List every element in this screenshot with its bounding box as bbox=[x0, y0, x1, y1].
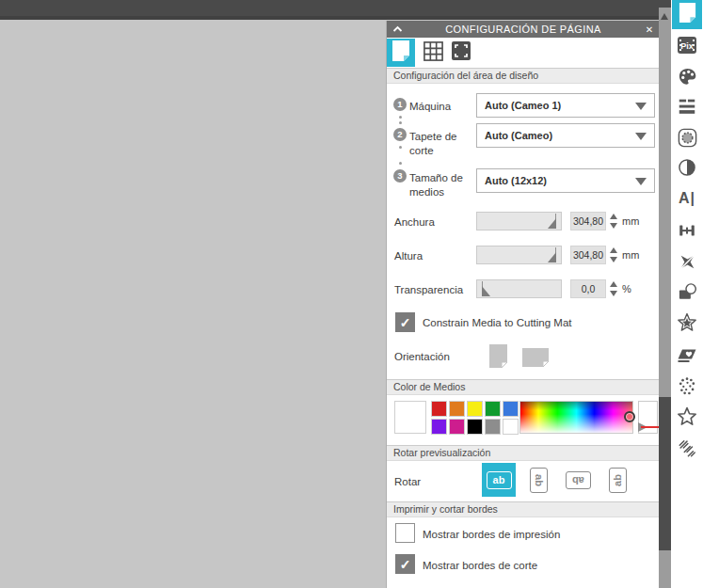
sidebar-item-page-setup[interactable] bbox=[672, 0, 702, 29]
svg-text:Pix: Pix bbox=[680, 41, 694, 51]
dotted-connector bbox=[399, 162, 402, 165]
right-toolbar: Pix bbox=[671, 0, 703, 588]
page-setup-panel: CONFIGURACIÓN DE PÁGINA ✕ Configuración … bbox=[386, 21, 659, 588]
sidebar-item-fill-pattern[interactable] bbox=[676, 126, 698, 149]
orientation-portrait-button[interactable] bbox=[488, 343, 508, 373]
grid-icon bbox=[423, 40, 444, 66]
rotate-glyph: ab bbox=[613, 474, 623, 486]
height-input[interactable]: 304,80 bbox=[570, 246, 606, 264]
color-swatch[interactable] bbox=[431, 419, 447, 435]
sidebar-item-knife[interactable] bbox=[676, 250, 698, 273]
rotate-0-button[interactable]: ab bbox=[482, 463, 516, 497]
kerning-icon bbox=[677, 220, 697, 241]
sidebar-item-stipple[interactable] bbox=[676, 374, 698, 397]
width-input[interactable]: 304,80 bbox=[570, 212, 606, 230]
height-slider[interactable] bbox=[476, 246, 562, 264]
panel-tabs bbox=[387, 38, 660, 69]
color-swatch[interactable] bbox=[503, 401, 519, 417]
color-swatch[interactable] bbox=[449, 419, 465, 435]
hatch-icon bbox=[677, 437, 697, 458]
color-gradient-picker[interactable] bbox=[519, 401, 633, 434]
machine-value: Auto (Cameo 1) bbox=[485, 100, 561, 111]
close-panel-button[interactable]: ✕ bbox=[639, 24, 660, 35]
media-size-dropdown[interactable]: Auto (12x12) bbox=[476, 168, 655, 193]
chevron-down-icon bbox=[635, 178, 647, 185]
step-number-1: 1 bbox=[393, 98, 407, 111]
sidebar-item-kerning[interactable] bbox=[676, 219, 698, 242]
machine-dropdown[interactable]: Auto (Cameo 1) bbox=[476, 93, 655, 118]
sidebar-item-offset[interactable] bbox=[676, 311, 698, 334]
orientation-landscape-button[interactable] bbox=[521, 347, 550, 372]
sidebar-item-palette[interactable] bbox=[676, 65, 698, 87]
sidebar-item-star[interactable] bbox=[676, 405, 698, 428]
color-swatch[interactable] bbox=[503, 419, 519, 435]
orientation-label: Orientación bbox=[394, 350, 450, 364]
width-unit: mm bbox=[622, 215, 639, 227]
page-icon bbox=[391, 40, 411, 66]
rotate-270-button[interactable]: ab bbox=[604, 466, 631, 494]
sidebar-item-shadow[interactable] bbox=[676, 156, 698, 179]
cutting-mat-label: Tapete de corte bbox=[409, 130, 468, 158]
show-cut-borders-checkbox[interactable]: ✓ bbox=[395, 554, 415, 574]
app-window: CONFIGURACIÓN DE PÁGINA ✕ Configuración … bbox=[0, 0, 703, 588]
media-size-label: Tamaño de medios bbox=[409, 171, 471, 199]
top-toolbar bbox=[0, 0, 671, 20]
tab-page-setup[interactable] bbox=[387, 39, 415, 67]
show-print-borders-checkbox[interactable] bbox=[395, 523, 415, 543]
collapse-panel-button[interactable] bbox=[387, 25, 407, 33]
current-color-swatch[interactable] bbox=[394, 401, 426, 434]
transparency-label: Transparencia bbox=[394, 283, 463, 297]
sidebar-item-line-style[interactable] bbox=[676, 95, 698, 118]
transparency-input[interactable]: 0,0 bbox=[570, 279, 606, 298]
sidebar-item-pixscan[interactable]: Pix bbox=[676, 34, 698, 56]
brightness-pointer-line bbox=[641, 426, 659, 428]
pixscan-icon: Pix bbox=[676, 34, 698, 56]
color-swatch[interactable] bbox=[467, 419, 483, 435]
color-swatch[interactable] bbox=[449, 401, 465, 417]
fill-pattern-icon bbox=[677, 127, 698, 149]
color-swatch[interactable] bbox=[467, 401, 483, 417]
panel-header: CONFIGURACIÓN DE PÁGINA ✕ bbox=[387, 21, 660, 38]
section-print-cut-borders: Imprimir y cortar bordes bbox=[387, 501, 660, 517]
stipple-icon bbox=[677, 375, 698, 397]
star-icon bbox=[676, 405, 698, 428]
offset-icon bbox=[676, 311, 698, 334]
step-number-2: 2 bbox=[393, 128, 407, 141]
tab-grid[interactable] bbox=[419, 39, 447, 67]
panel-scrollbar[interactable] bbox=[659, 8, 671, 588]
scroll-up-icon[interactable] bbox=[661, 13, 668, 20]
rotate-180-button[interactable]: ab bbox=[562, 469, 594, 491]
cutting-mat-value: Auto (Cameo) bbox=[485, 130, 552, 141]
shadow-icon bbox=[677, 157, 697, 178]
rotate-90-button[interactable]: ab bbox=[525, 466, 551, 494]
sidebar-item-scan-heart[interactable] bbox=[676, 342, 698, 365]
page-setup-icon bbox=[678, 2, 697, 27]
sidebar-item-hatch[interactable] bbox=[676, 437, 698, 459]
sidebar-item-text-style[interactable]: A| bbox=[676, 187, 698, 210]
scrollbar-track[interactable] bbox=[659, 397, 671, 550]
transparency-slider[interactable] bbox=[476, 279, 562, 298]
knife-icon bbox=[677, 251, 698, 273]
check-icon: ✓ bbox=[400, 558, 411, 571]
dotted-connector bbox=[399, 116, 402, 119]
transparency-stepper[interactable] bbox=[610, 279, 617, 298]
color-swatch[interactable] bbox=[485, 419, 501, 435]
width-slider[interactable] bbox=[476, 212, 562, 230]
color-swatch[interactable] bbox=[431, 401, 447, 417]
cutting-mat-dropdown[interactable]: Auto (Cameo) bbox=[476, 123, 655, 148]
gradient-marker[interactable] bbox=[624, 411, 635, 422]
width-stepper[interactable] bbox=[610, 212, 617, 230]
height-stepper[interactable] bbox=[610, 246, 617, 264]
rotate-glyph: ab bbox=[493, 475, 505, 485]
constrain-media-checkbox[interactable]: ✓ bbox=[395, 312, 415, 332]
show-cut-borders-label: Mostrar bordes de corte bbox=[423, 559, 537, 573]
sidebar-item-modify[interactable] bbox=[676, 280, 698, 303]
color-swatch[interactable] bbox=[485, 401, 501, 417]
tab-registration-marks[interactable] bbox=[447, 39, 475, 67]
rotate-glyph: ab bbox=[534, 474, 544, 486]
chevron-down-icon bbox=[635, 133, 647, 140]
height-label: Altura bbox=[394, 249, 423, 263]
chevron-down-icon bbox=[635, 103, 647, 110]
registration-marks-icon bbox=[450, 40, 472, 66]
text-style-icon: A| bbox=[679, 190, 695, 207]
